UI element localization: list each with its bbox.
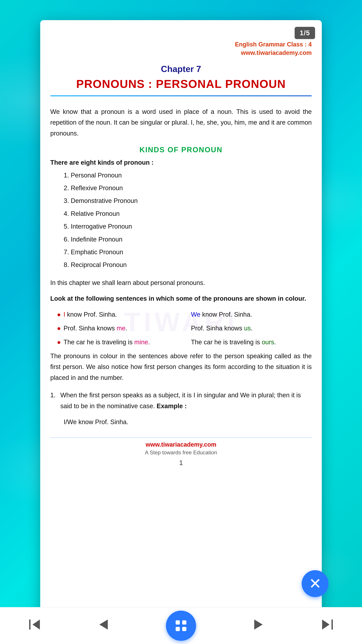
intro-paragraph: We know that a pronoun is a word used in… xyxy=(50,106,312,139)
sentence-left-1: I know Prof. Sinha. xyxy=(63,309,184,320)
svg-marker-4 xyxy=(322,620,330,630)
highlight-me: me xyxy=(117,325,125,332)
chapter-title: PRONOUNS : PERSONAL PRONOUN xyxy=(50,77,312,90)
footer-tagline: A Step towards free Education xyxy=(145,450,217,456)
chapter-divider xyxy=(50,96,312,96)
sentence-left-3: The car he is traveling is mine. xyxy=(63,337,184,348)
brand-title: English Grammar Class : 4 xyxy=(50,40,312,49)
sentence-left-2: Prof. Sinha knows me. xyxy=(63,323,184,334)
page-footer: www.tiwariacademy.com A Step towards fre… xyxy=(50,438,312,456)
list-item: 3. Demonstrative Pronoun xyxy=(64,195,312,206)
list-item: 1. Personal Pronoun xyxy=(64,170,312,181)
svg-marker-3 xyxy=(254,620,263,630)
sentence-right-3: The car he is traveling is ours. xyxy=(184,337,312,348)
sentence-right-1: We know Prof. Sinha. xyxy=(184,309,312,320)
close-fab-button[interactable]: ✕ xyxy=(302,570,329,597)
page-indicator: 1/5 xyxy=(295,27,315,39)
sentence-right-2: Prof. Sinha knows us. xyxy=(184,323,312,334)
last-page-button[interactable] xyxy=(321,618,334,634)
brand-url: www.tiwariacademy.com xyxy=(50,49,312,57)
bullet-3: ● xyxy=(57,337,61,348)
chapter-label: Chapter 7 xyxy=(50,64,312,74)
page-container: 1/5 TIWARI English Grammar Class : 4 www… xyxy=(40,20,322,624)
list-item: 2. Reflexive Pronoun xyxy=(64,182,312,194)
svg-marker-2 xyxy=(99,620,108,630)
point-num-1: 1. xyxy=(50,390,60,412)
svg-marker-1 xyxy=(32,620,40,630)
kinds-intro: There are eight kinds of pronoun : xyxy=(50,159,312,166)
page-number: 1 xyxy=(50,459,312,466)
list-item: 4. Relative Pronoun xyxy=(64,208,312,219)
highlight-us: us xyxy=(244,325,251,332)
chapter-intro: In this chapter we shall learn about per… xyxy=(50,278,312,288)
pronoun-refer-text: The pronouns in colour in the sentences … xyxy=(50,351,312,383)
svg-rect-0 xyxy=(29,620,30,630)
bullet-1: ● xyxy=(57,309,61,320)
main-fab-button[interactable] xyxy=(166,611,196,641)
prev-page-button[interactable] xyxy=(97,618,110,634)
example-label: Example : xyxy=(157,402,187,410)
highlight-I: I xyxy=(63,311,65,318)
list-item: 7. Emphatic Pronoun xyxy=(64,246,312,258)
example-row-2: ● Prof. Sinha knows me. Prof. Sinha know… xyxy=(57,323,312,334)
list-item: 6. Indefinite Pronoun xyxy=(64,234,312,245)
footer-url: www.tiwariacademy.com xyxy=(50,441,312,448)
list-item: 8. Reciprocal Pronoun xyxy=(64,259,312,270)
highlight-mine: mine xyxy=(134,338,148,346)
section-heading: KINDS OF PRONOUN xyxy=(50,146,312,154)
example-row-3: ● The car he is traveling is mine. The c… xyxy=(57,337,312,348)
content-area: English Grammar Class : 4 www.tiwariacad… xyxy=(50,40,312,466)
numbered-point-1: 1. When the first person speaks as a sub… xyxy=(50,390,312,412)
kinds-list: 1. Personal Pronoun 2. Reflexive Pronoun… xyxy=(64,170,312,271)
brand-header: English Grammar Class : 4 www.tiwariacad… xyxy=(50,40,312,57)
highlight-We: We xyxy=(191,311,200,318)
list-item: 5. Interrogative Pronoun xyxy=(64,221,312,232)
first-page-button[interactable] xyxy=(28,618,41,634)
look-text: Look at the following sentences in which… xyxy=(50,293,312,304)
next-page-button[interactable] xyxy=(252,618,265,634)
svg-rect-5 xyxy=(332,620,333,630)
highlight-ours: ours xyxy=(262,338,274,346)
bottom-navigation xyxy=(0,607,362,644)
example-sentence: I/We know Prof. Sinha. xyxy=(64,416,312,428)
point-text-1: When the first person speaks as a subjec… xyxy=(60,390,312,412)
example-row-1: ● I know Prof. Sinha. We know Prof. Sinh… xyxy=(57,309,312,320)
bullet-2: ● xyxy=(57,323,61,334)
close-icon: ✕ xyxy=(309,576,322,591)
